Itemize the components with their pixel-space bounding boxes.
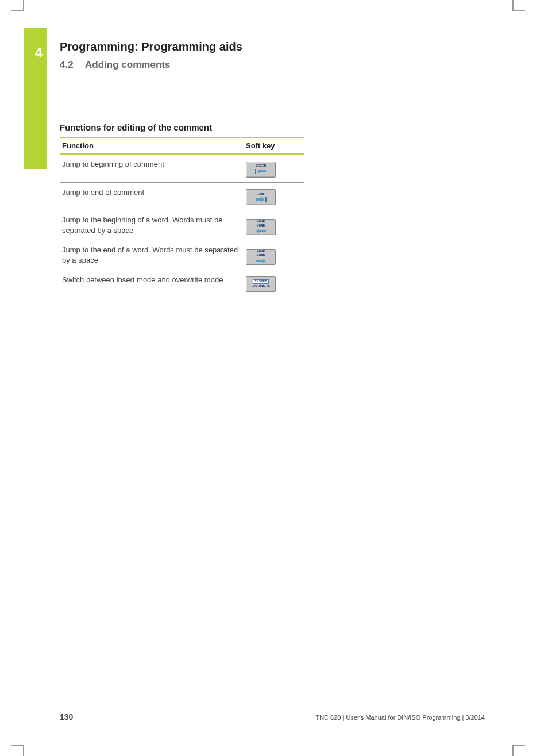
table-row: Jump to beginning of commentBEGIN [60,154,304,182]
svg-marker-1 [257,169,266,174]
chapter-title: Programming: Programming aids [60,40,485,53]
crop-mark [512,0,514,11]
svg-marker-5 [256,259,266,263]
function-desc: Switch between insert mode and overwrite… [60,270,244,297]
section-number: 4.2 [60,59,83,71]
footer-text: TNC 620 | User's Manual for DIN/ISO Prog… [315,714,485,721]
table-row: Jump to the beginning of a word. Words m… [60,210,304,240]
crop-mark [514,745,525,746]
functions-table: Function Soft key Jump to beginning of c… [60,137,304,297]
softkey-icon: MOVEWORD [246,249,276,265]
section-title: 4.2 Adding comments [60,59,485,71]
crop-mark [23,745,24,756]
svg-marker-2 [256,197,265,202]
softkey-icon: MOVEWORD [246,219,276,235]
function-desc: Jump to the beginning of a word. Words m… [60,210,244,240]
crop-mark [23,0,24,11]
table-row: Switch between insert mode and overwrite… [60,270,304,297]
softkey-icon: INSERTOVERWRITE [246,276,276,292]
softkey-cell: MOVEWORD [244,240,304,270]
softkey-cell: END [244,182,304,210]
softkey-cell: MOVEWORD [244,210,304,240]
table-row: Jump to the end of a word. Words must be… [60,240,304,270]
function-desc: Jump to beginning of comment [60,154,244,182]
crop-mark [11,745,23,746]
th-softkey: Soft key [244,137,304,154]
crop-mark [514,10,525,11]
page-number: 130 [60,712,73,722]
function-desc: Jump to end of comment [60,182,244,210]
page-footer: 130 TNC 620 | User's Manual for DIN/ISO … [60,712,485,722]
softkey-icon: BEGIN [246,162,276,178]
softkey-cell: BEGIN [244,154,304,182]
subheading: Functions for editing of the comment [60,122,485,132]
table-row: Jump to end of commentEND [60,182,304,210]
crop-mark [11,10,23,11]
crop-mark [512,745,514,756]
section-name: Adding comments [85,59,170,70]
function-desc: Jump to the end of a word. Words must be… [60,240,244,270]
chapter-tab: 4 [24,28,47,169]
svg-marker-4 [256,229,266,233]
softkey-cell: INSERTOVERWRITE [244,270,304,297]
page-content: Programming: Programming aids 4.2 Adding… [60,40,485,297]
softkey-icon: END [246,189,276,205]
th-function: Function [60,137,244,154]
